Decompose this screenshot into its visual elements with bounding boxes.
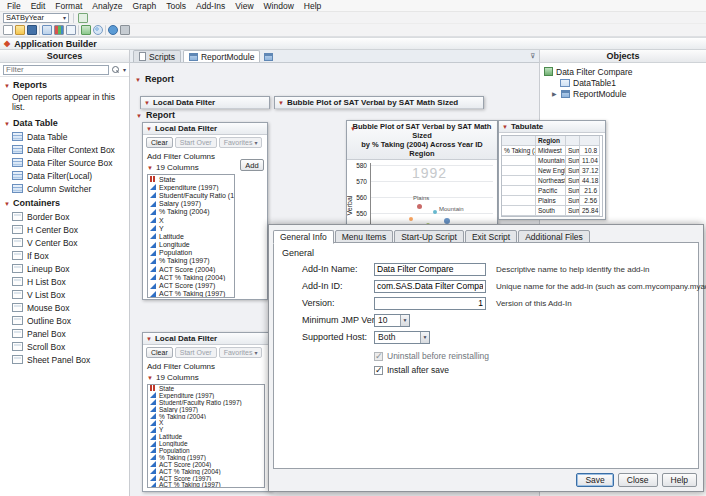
filter-column-item[interactable]: Latitude [148,433,264,440]
menu-item[interactable]: Help [299,0,326,12]
filter-column-item[interactable]: X [148,419,264,426]
disclosure-icon[interactable] [4,198,10,208]
hotspot-icon[interactable] [146,334,152,343]
container-source-item[interactable]: Border Box [0,210,129,223]
disclosure-icon[interactable] [4,80,10,90]
filter-column-item[interactable]: Expenditure (1997) [148,392,264,399]
data-table-section-header[interactable]: Data Table [0,115,129,130]
clear-button[interactable]: Clear [146,347,173,358]
favorites-button[interactable]: Favorites [219,347,263,358]
filter-column-item[interactable]: ACT Score (2004) [148,265,234,273]
container-source-item[interactable]: H Center Box [0,223,129,236]
containers-section-header[interactable]: Containers [0,195,129,210]
container-source-item[interactable]: Sheet Panel Box [0,353,129,366]
reports-section-header[interactable]: Reports [0,77,129,92]
menu-item[interactable]: Window [259,0,299,12]
filter-column-item[interactable]: Population [148,447,264,454]
hotspot-icon[interactable] [146,124,152,133]
dialog-tab[interactable]: General Info [273,230,334,244]
app-builder-diamond-icon[interactable]: ◆ [4,40,10,48]
start-over-button[interactable]: Start Over [175,347,217,358]
tree-item-data-filter-compare[interactable]: Data Filter Compare [544,66,706,77]
container-source-item[interactable]: V List Box [0,288,129,301]
tab-scripts[interactable]: Scripts [133,50,181,62]
container-source-item[interactable]: Outline Box [0,314,129,327]
columns-disclosure-icon[interactable] [147,163,153,172]
filter-column-item[interactable]: Y [148,426,264,433]
filter-column-item[interactable]: % Taking (2004) [148,413,264,420]
menu-item[interactable]: Edit [26,0,51,12]
container-source-item[interactable]: Panel Box [0,327,129,340]
filter-chevron-icon[interactable]: ▾ [123,67,126,73]
menu-item[interactable]: Tools [161,0,191,12]
bubble-plot-icon[interactable] [93,25,103,35]
help-button[interactable]: Help [662,473,697,487]
report-hotspot-icon[interactable] [135,74,141,84]
new-journal-icon[interactable] [3,25,13,35]
window-local-data-filter-collapsed[interactable]: Local Data Filter [140,96,270,109]
addin-id-input[interactable] [374,280,486,293]
clear-button[interactable]: Clear [146,137,173,148]
columns-disclosure-icon[interactable] [147,373,153,382]
run-script-icon[interactable] [78,13,88,23]
close-button[interactable]: Close [618,473,658,487]
save-icon[interactable] [27,25,37,35]
tab-report-module[interactable]: ReportModule [183,50,260,62]
script-combo[interactable]: SATByYear ▾ [3,13,69,23]
data-table-source-item[interactable]: Data Filter(Local) [0,169,129,182]
help-icon[interactable] [108,25,118,35]
tree-item-report-module[interactable]: ▶ ReportModule [544,88,706,99]
hotspot-icon[interactable] [350,124,356,133]
filter-column-item[interactable]: Salary (1997) [148,200,234,208]
filter-column-item[interactable]: State [148,175,234,183]
filter-column-item[interactable]: ACT % Taking (1997) [148,481,264,488]
filter-column-item[interactable]: % Taking (2004) [148,208,234,216]
favorites-button[interactable]: Favorites [219,137,263,148]
filter-column-item[interactable]: % Taking (1997) [148,454,264,461]
filter-column-item[interactable]: Population [148,249,234,257]
filter-column-item[interactable]: Longitude [148,241,234,249]
container-source-item[interactable]: Mouse Box [0,301,129,314]
separator[interactable] [105,25,106,35]
install-after-save-checkbox[interactable] [374,366,383,375]
chevron-down-icon[interactable]: ▼ [420,332,429,343]
data-table-source-item[interactable]: Column Switcher [0,182,129,195]
bubble-point[interactable] [409,217,413,221]
panel-menu-icon[interactable]: ⊽ [530,52,535,60]
tree-item-datatable1[interactable]: DataTable1 [544,77,706,88]
hotspot-icon[interactable] [502,122,508,131]
filter-column-item[interactable]: ACT % Taking (2004) [148,273,234,281]
version-input[interactable] [374,297,486,310]
chevron-down-icon[interactable]: ▼ [400,315,409,326]
new-module-icon[interactable] [264,53,273,61]
filter-column-item[interactable]: X [148,216,234,224]
uninstall-checkbox[interactable] [374,352,383,361]
disclosure-icon[interactable] [4,118,10,128]
separator[interactable] [78,25,79,35]
bubble-point[interactable] [417,204,422,209]
filter-column-item[interactable]: Expenditure (1997) [148,183,234,191]
filter-column-item[interactable]: Student/Faculty Ratio (1997) [148,191,234,199]
open-icon[interactable] [15,25,25,35]
addin-name-input[interactable] [374,263,486,276]
container-source-item[interactable]: Scroll Box [0,340,129,353]
filter-column-item[interactable]: Salary (1997) [148,406,264,413]
filter-column-item[interactable]: ACT % Taking (1997) [148,290,234,298]
hotspot-icon[interactable] [144,98,150,107]
filter-column-item[interactable]: ACT Score (1997) [148,475,264,482]
filter-column-list[interactable]: State Expenditure (1997) Student/Faculty… [147,384,265,488]
data-table-source-item[interactable]: Data Table [0,130,129,143]
supported-host-select[interactable]: Both ▼ [374,331,430,344]
bubble-point[interactable] [433,210,437,214]
data-table-source-item[interactable]: Data Filter Source Box [0,156,129,169]
add-button[interactable]: Add [240,159,264,171]
filter-column-item[interactable]: State [148,385,264,392]
search-icon[interactable] [112,66,120,74]
data-table-source-item[interactable]: Data Filter Context Box [0,143,129,156]
start-over-button[interactable]: Start Over [175,137,217,148]
filter-column-item[interactable]: Longitude [148,440,264,447]
menu-item[interactable]: View [230,0,258,12]
filter-column-item[interactable]: ACT Score (1997) [148,281,234,289]
filter-column-item[interactable]: Student/Faculty Ratio (1997) [148,399,264,406]
container-source-item[interactable]: If Box [0,249,129,262]
